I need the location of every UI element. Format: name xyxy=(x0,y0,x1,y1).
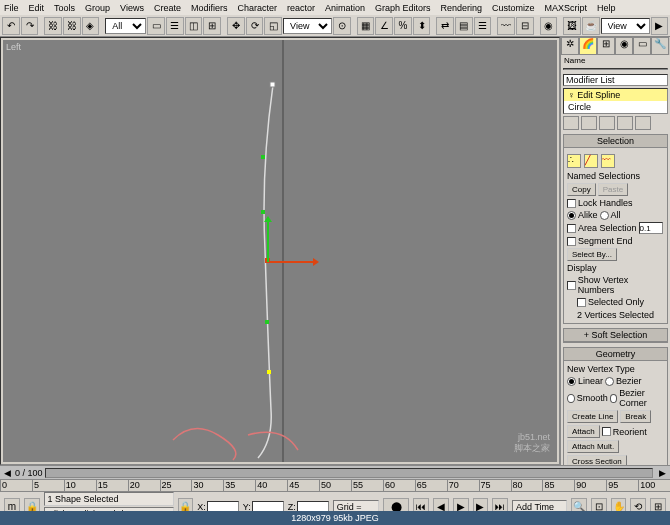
copy-button[interactable]: Copy xyxy=(567,183,596,196)
align-icon[interactable]: ▤ xyxy=(455,17,473,35)
viewport-area: Left xyxy=(0,37,560,465)
gizmo-x-axis[interactable] xyxy=(269,261,315,263)
all-radio[interactable] xyxy=(600,211,609,220)
tab-modify[interactable]: 🌈 xyxy=(579,37,597,55)
material-icon[interactable]: ◉ xyxy=(540,17,558,35)
render-icon[interactable]: ▶ xyxy=(651,17,669,35)
area-sel-value[interactable] xyxy=(639,222,663,234)
select-name-icon[interactable]: ☰ xyxy=(166,17,184,35)
menu-modifiers[interactable]: Modifiers xyxy=(191,3,228,13)
select-by-button[interactable]: Select By... xyxy=(567,248,617,261)
cross-section-button[interactable]: Cross Section xyxy=(567,455,627,465)
smooth-radio[interactable] xyxy=(567,394,575,403)
modifier-list-dropdown[interactable]: Modifier List xyxy=(563,74,668,86)
rotate-icon[interactable]: ⟳ xyxy=(246,17,264,35)
menu-help[interactable]: Help xyxy=(597,3,616,13)
unique-icon[interactable] xyxy=(599,116,615,130)
menu-character[interactable]: Character xyxy=(237,3,277,13)
svg-rect-5 xyxy=(265,320,269,324)
remove-mod-icon[interactable] xyxy=(617,116,633,130)
scale-icon[interactable]: ◱ xyxy=(264,17,282,35)
render-scene-icon[interactable]: 🖼 xyxy=(563,17,581,35)
track-ruler[interactable]: 0510152025303540455055606570758085909510… xyxy=(0,479,670,491)
area-sel-check[interactable] xyxy=(567,224,576,233)
seg-end-check[interactable] xyxy=(567,237,576,246)
menu-file[interactable]: File xyxy=(4,3,19,13)
menu-graph editors[interactable]: Graph Editors xyxy=(375,3,431,13)
bind-icon[interactable]: ◈ xyxy=(82,17,100,35)
slider-track[interactable] xyxy=(45,468,653,478)
stack-edit-spline[interactable]: ♀ Edit Spline xyxy=(564,89,667,101)
create-line-button[interactable]: Create Line xyxy=(567,410,618,423)
layers-icon[interactable]: ☰ xyxy=(474,17,492,35)
menu-rendering[interactable]: Rendering xyxy=(441,3,483,13)
bezier-radio[interactable] xyxy=(605,377,614,386)
tab-create[interactable]: ✲ xyxy=(561,37,579,55)
tab-hierarchy[interactable]: ⊞ xyxy=(597,37,615,55)
menu-customize[interactable]: Customize xyxy=(492,3,535,13)
viewport-left[interactable]: Left xyxy=(3,40,557,462)
attach-button[interactable]: Attach xyxy=(567,425,600,438)
snap-icon[interactable]: ▦ xyxy=(357,17,375,35)
mirror-icon[interactable]: ⇄ xyxy=(436,17,454,35)
menu-views[interactable]: Views xyxy=(120,3,144,13)
schematic-icon[interactable]: ⊟ xyxy=(516,17,534,35)
show-end-icon[interactable] xyxy=(581,116,597,130)
time-slider[interactable]: ◀ 0 / 100 ▶ xyxy=(0,465,670,479)
menu-edit[interactable]: Edit xyxy=(29,3,45,13)
select-icon[interactable]: ▭ xyxy=(147,17,165,35)
segment-subobj-icon[interactable]: ╱ xyxy=(584,154,598,168)
link-icon[interactable]: ⛓ xyxy=(44,17,62,35)
gizmo-y-axis[interactable] xyxy=(267,220,269,262)
pin-stack-icon[interactable] xyxy=(563,116,579,130)
lock-handles-check[interactable] xyxy=(567,199,576,208)
select-rect-icon[interactable]: ◫ xyxy=(185,17,203,35)
break-button[interactable]: Break xyxy=(620,410,651,423)
selection-header[interactable]: Selection xyxy=(564,135,667,148)
unlink-icon[interactable]: ⛓ xyxy=(63,17,81,35)
stack-circle[interactable]: Circle xyxy=(564,101,667,113)
sel-only-check[interactable] xyxy=(577,298,586,307)
vertex-subobj-icon[interactable]: ∴ xyxy=(567,154,581,168)
alike-radio[interactable] xyxy=(567,211,576,220)
svg-rect-2 xyxy=(261,155,265,159)
menu-bar: FileEditToolsGroupViewsCreateModifiersCh… xyxy=(0,0,670,15)
linear-radio[interactable] xyxy=(567,377,576,386)
menu-maxscript[interactable]: MAXScript xyxy=(545,3,588,13)
menu-reactor[interactable]: reactor xyxy=(287,3,315,13)
menu-tools[interactable]: Tools xyxy=(54,3,75,13)
quick-render-icon[interactable]: ☕ xyxy=(582,17,600,35)
move-icon[interactable]: ✥ xyxy=(227,17,245,35)
named-selections-label: Named Selections xyxy=(567,171,664,181)
spinner-icon[interactable]: ⬍ xyxy=(413,17,431,35)
show-vn-check[interactable] xyxy=(567,281,576,290)
geometry-header[interactable]: Geometry xyxy=(564,348,667,361)
ref-coord-dropdown[interactable]: View xyxy=(283,18,332,34)
window-cross-icon[interactable]: ⊞ xyxy=(203,17,221,35)
pivot-icon[interactable]: ⊙ xyxy=(333,17,351,35)
menu-animation[interactable]: Animation xyxy=(325,3,365,13)
bcorner-radio[interactable] xyxy=(610,394,618,403)
svg-rect-3 xyxy=(261,210,265,214)
spline-subobj-icon[interactable]: 〰 xyxy=(601,154,615,168)
reorient-check[interactable] xyxy=(602,427,611,436)
undo-icon[interactable]: ↶ xyxy=(2,17,20,35)
config-icon[interactable] xyxy=(635,116,651,130)
curve-editor-icon[interactable]: 〰 xyxy=(497,17,515,35)
asnap-icon[interactable]: ∠ xyxy=(375,17,393,35)
tab-utilities[interactable]: 🔧 xyxy=(651,37,669,55)
object-name-field[interactable] xyxy=(563,68,668,70)
menu-create[interactable]: Create xyxy=(154,3,181,13)
modifier-stack[interactable]: ♀ Edit Spline Circle xyxy=(563,88,668,114)
soft-sel-header[interactable]: + Soft Selection xyxy=(564,329,667,342)
redo-icon[interactable]: ↷ xyxy=(21,17,39,35)
tab-display[interactable]: ▭ xyxy=(633,37,651,55)
menu-group[interactable]: Group xyxy=(85,3,110,13)
stack-buttons xyxy=(563,116,668,130)
tab-motion[interactable]: ◉ xyxy=(615,37,633,55)
command-panel: ✲ 🌈 ⊞ ◉ ▭ 🔧 Name Modifier List ♀ Edit Sp… xyxy=(560,37,670,465)
attach-mult-button[interactable]: Attach Mult. xyxy=(567,440,619,453)
selection-filter[interactable]: All xyxy=(105,18,146,34)
render-preset[interactable]: View xyxy=(601,18,650,34)
psnap-icon[interactable]: % xyxy=(394,17,412,35)
